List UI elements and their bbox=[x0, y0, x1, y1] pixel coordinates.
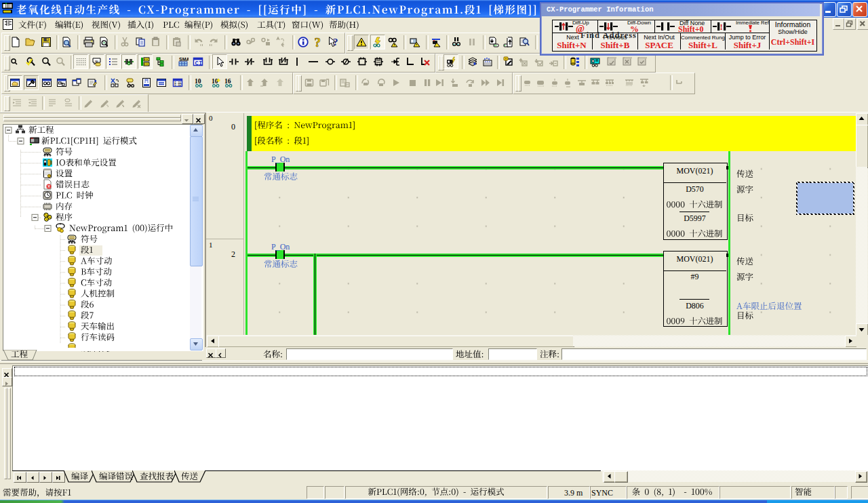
svg-text:!: ! bbox=[720, 22, 723, 32]
svg-text:10: 10 bbox=[212, 78, 218, 85]
svg-text:16: 16 bbox=[224, 78, 231, 85]
